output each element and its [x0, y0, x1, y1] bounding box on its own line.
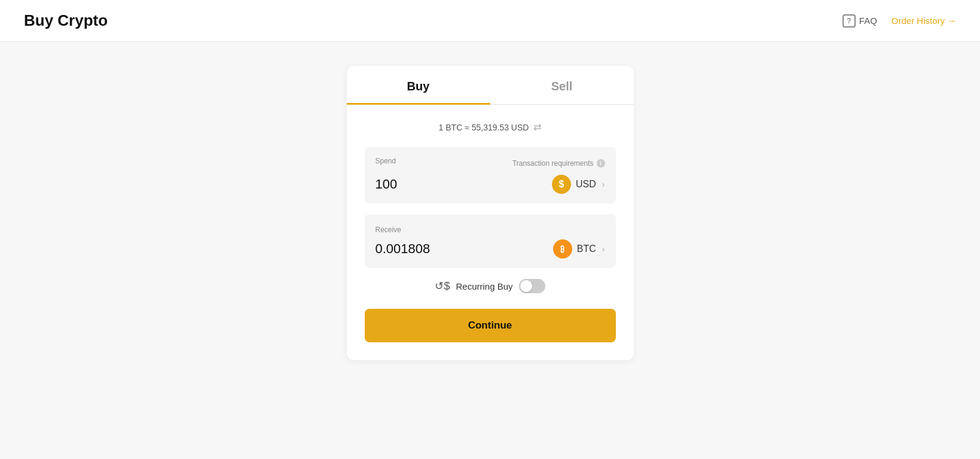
info-icon[interactable]: i: [597, 159, 605, 168]
tab-bar: Buy Sell: [347, 66, 634, 105]
exchange-rate-text: 1 BTC ≈ 55,319.53 USD: [439, 123, 529, 132]
recurring-buy-row: ↺$ Recurring Buy: [365, 279, 616, 293]
buy-card: Buy Sell 1 BTC ≈ 55,319.53 USD ⇅ Spend T…: [347, 66, 634, 360]
tab-sell[interactable]: Sell: [490, 66, 634, 105]
receive-chevron-icon: ›: [602, 244, 605, 254]
exchange-rate: 1 BTC ≈ 55,319.53 USD ⇅: [365, 121, 616, 133]
tx-req-label: Transaction requirements: [512, 159, 594, 168]
recurring-buy-label: Recurring Buy: [456, 281, 512, 291]
header-actions: ? FAQ Order History →: [842, 14, 956, 28]
page-title: Buy Crypto: [24, 11, 108, 30]
spend-chevron-icon: ›: [602, 180, 605, 189]
faq-icon: ?: [842, 14, 856, 28]
tx-requirements: Transaction requirements i: [512, 159, 605, 168]
continue-button[interactable]: Continue: [365, 309, 616, 342]
spend-label: Spend: [375, 157, 396, 165]
receive-box: Receive ₿ BTC ›: [365, 214, 616, 268]
main-content: Buy Sell 1 BTC ≈ 55,319.53 USD ⇅ Spend T…: [0, 42, 980, 384]
receive-amount-input[interactable]: [375, 241, 513, 257]
receive-label: Receive: [375, 226, 401, 234]
tab-buy[interactable]: Buy: [347, 66, 490, 105]
spend-currency-label: USD: [576, 179, 596, 190]
order-history-arrow: →: [947, 16, 956, 26]
btc-icon: ₿: [553, 239, 572, 259]
spend-input-row: $ USD ›: [375, 175, 605, 194]
spend-currency-selector[interactable]: $ USD ›: [552, 175, 605, 194]
recurring-buy-toggle[interactable]: [519, 279, 545, 293]
spend-amount-input[interactable]: [375, 177, 513, 192]
faq-button[interactable]: ? FAQ: [842, 14, 877, 28]
card-body: 1 BTC ≈ 55,319.53 USD ⇅ Spend Transactio…: [347, 105, 634, 342]
usd-icon: $: [552, 175, 571, 194]
order-history-button[interactable]: Order History →: [892, 16, 956, 26]
faq-label: FAQ: [859, 16, 877, 26]
order-history-label: Order History: [892, 16, 945, 26]
header: Buy Crypto ? FAQ Order History →: [0, 0, 980, 42]
recurring-icon: ↺$: [435, 279, 450, 293]
receive-currency-selector[interactable]: ₿ BTC ›: [553, 239, 605, 259]
receive-input-row: ₿ BTC ›: [375, 239, 605, 259]
receive-currency-label: BTC: [577, 244, 596, 254]
swap-icon[interactable]: ⇅: [532, 123, 543, 131]
spend-box: Spend Transaction requirements i $ USD ›: [365, 147, 616, 203]
